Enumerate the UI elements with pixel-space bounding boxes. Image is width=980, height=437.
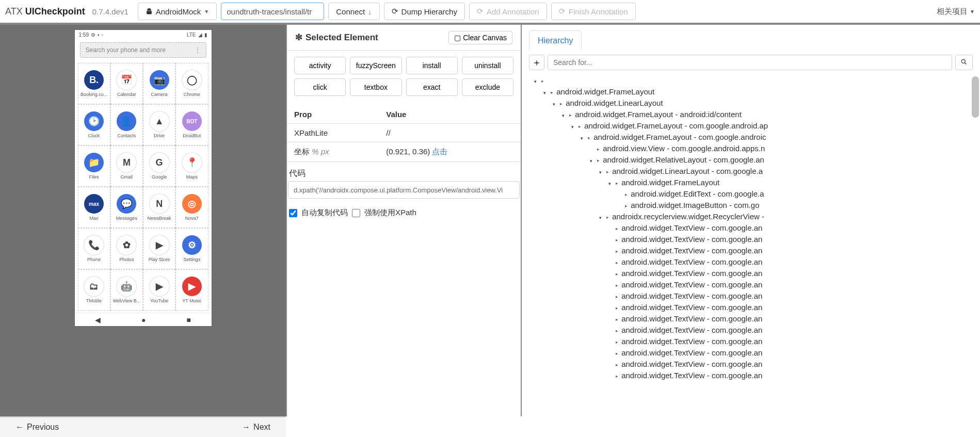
add-node-button[interactable]: ＋ <box>529 55 544 70</box>
expand-toggle-icon[interactable]: ▾ <box>543 88 551 98</box>
tree-node[interactable]: android.widget.TextView - com.google.an <box>534 268 975 280</box>
connect-button[interactable]: Connect ↓ <box>328 3 379 20</box>
tree-node[interactable]: android.widget.TextView - com.google.an <box>534 325 975 336</box>
phone-frame[interactable]: 1:59 ⚙ ▪ ▫ LTE ◢ ▮ Search your phone and… <box>75 30 212 326</box>
fuzzyScreen-button[interactable]: fuzzyScreen <box>350 57 401 74</box>
tree-node[interactable]: ▾ android.widget.FrameLayout <box>534 177 975 189</box>
tree-node[interactable]: ▾ android.widget.FrameLayout - android:i… <box>534 109 975 121</box>
tab-hierarchy[interactable]: Hierarchy <box>529 30 582 51</box>
app-droidbot[interactable]: BOTDroidBot <box>175 104 208 145</box>
tree-node[interactable]: ▾ android.widget.LinearLayout <box>534 98 975 109</box>
recent-icon[interactable]: ■ <box>187 316 191 324</box>
app-photos[interactable]: ✿Photos <box>110 228 143 269</box>
expand-toggle-icon[interactable]: ▾ <box>562 110 569 121</box>
exclude-button[interactable]: exclude <box>462 78 513 96</box>
vertical-scrollbar[interactable] <box>972 76 979 118</box>
node-label: androidx.recyclerview.widget.RecyclerVie… <box>610 212 764 221</box>
tree-node[interactable]: android.widget.TextView - com.google.an <box>534 246 975 257</box>
expand-toggle-icon[interactable]: ▾ <box>581 133 588 143</box>
tree-node[interactable]: android.widget.TextView - com.google.an <box>534 336 975 348</box>
dump-hierarchy-button[interactable]: ⟳ Dump Hierarchy <box>384 3 465 20</box>
expand-toggle-icon[interactable]: ▾ <box>553 99 560 109</box>
tree-node[interactable]: android.widget.TextView - com.google.an <box>534 302 975 314</box>
app-camera[interactable]: 📷Camera <box>143 63 175 104</box>
tree-node[interactable]: android.widget.TextView - com.google.an <box>534 314 975 325</box>
tree-node[interactable]: android.widget.TextView - com.google.an <box>534 257 975 268</box>
app-max[interactable]: maxMax <box>78 187 110 228</box>
app-maps[interactable]: 📍Maps <box>175 145 208 187</box>
back-icon[interactable]: ◀ <box>95 316 101 324</box>
brand-bold: UICheckpoint <box>25 6 85 17</box>
app-drive[interactable]: ▲Drive <box>143 104 175 145</box>
app-phone[interactable]: 📞Phone <box>78 228 110 269</box>
install-button[interactable]: install <box>406 57 458 74</box>
app-messages[interactable]: 💬Messages <box>110 187 143 228</box>
forcexpath-checkbox[interactable] <box>352 209 360 217</box>
app-playstore[interactable]: ▶Play Store <box>143 228 175 269</box>
tree-node[interactable]: ▾ android.widget.RelativeLayout - com.go… <box>534 155 975 166</box>
app-contacts[interactable]: 👤Contacts <box>110 104 143 145</box>
phone-search-box[interactable]: Search your phone and more ⋮ <box>80 42 206 58</box>
hierarchy-tree[interactable]: ▾ ▾ android.widget.FrameLayout▾ android.… <box>522 74 980 387</box>
tree-node[interactable]: android.widget.TextView - com.google.an <box>534 280 975 291</box>
expand-toggle-icon[interactable]: ▾ <box>571 122 579 132</box>
click-link[interactable]: 点击 <box>432 147 447 156</box>
app-gmail[interactable]: MGmail <box>110 145 143 187</box>
expand-toggle-icon[interactable]: ▾ <box>599 167 606 177</box>
exact-button[interactable]: exact <box>406 78 458 96</box>
click-button[interactable]: click <box>294 78 346 96</box>
app-youtube[interactable]: ▶YouTube <box>143 269 175 311</box>
node-icon <box>616 348 619 357</box>
expand-toggle-icon[interactable]: ▾ <box>608 179 616 189</box>
app-settings[interactable]: ⚙Settings <box>175 228 208 269</box>
app-clock[interactable]: 🕑Clock <box>78 104 110 145</box>
search-button[interactable] <box>955 55 973 70</box>
uninstall-button[interactable]: uninstall <box>462 57 513 74</box>
device-path-input[interactable] <box>221 3 324 20</box>
tree-node[interactable]: android.widget.TextView - com.google.an <box>534 348 975 359</box>
hierarchy-search-input[interactable] <box>548 55 952 70</box>
tree-node[interactable]: android.widget.ImageButton - com.go <box>534 200 975 212</box>
app-nova7[interactable]: ◎Nova7 <box>175 187 208 228</box>
activity-button[interactable]: activity <box>294 57 346 74</box>
tree-node[interactable]: android.widget.TextView - com.google.an <box>534 291 975 302</box>
expand-toggle-icon[interactable]: ▾ <box>599 213 606 223</box>
autocopy-checkbox[interactable] <box>289 209 297 217</box>
tree-node[interactable]: ▾ <box>534 75 975 87</box>
tree-node[interactable]: android.widget.TextView - com.google.an <box>534 223 975 234</box>
add-annotation-button[interactable]: ⟳ Add Annotation <box>469 3 547 20</box>
code-input[interactable] <box>288 181 520 199</box>
version-label: 0.7.4.dev1 <box>92 7 128 16</box>
app-tmoble[interactable]: 🗂TMoble <box>78 269 110 311</box>
tree-node[interactable]: ▾ android.widget.FrameLayout <box>534 87 975 98</box>
tree-node[interactable]: android.view.View - com.google.android.a… <box>534 143 975 155</box>
tree-node[interactable]: ▾ androidx.recyclerview.widget.RecyclerV… <box>534 212 975 223</box>
textbox-button[interactable]: textbox <box>350 78 401 96</box>
clear-canvas-button[interactable]: ▢ Clear Canvas <box>448 31 512 44</box>
tree-node[interactable]: android.widget.TextView - com.google.an <box>534 359 975 370</box>
app-google[interactable]: GGoogle <box>143 145 175 187</box>
tree-node[interactable]: android.widget.EditText - com.google.a <box>534 189 975 200</box>
finish-annotation-button[interactable]: ⟳ Finish Annotation <box>551 3 636 20</box>
device-selector[interactable]: AndroidMock ▼ <box>138 3 217 20</box>
expand-toggle-icon[interactable]: ▾ <box>534 76 541 87</box>
tree-node[interactable]: ▾ android.widget.FrameLayout - com.googl… <box>534 121 975 132</box>
node-label: android.widget.TextView - com.google.an <box>619 314 762 323</box>
home-icon[interactable]: ● <box>141 316 146 324</box>
node-icon <box>616 337 619 346</box>
related-projects-menu[interactable]: 相关项目 ▼ <box>937 7 975 17</box>
app-newsbreak[interactable]: NNewsBreak <box>143 187 175 228</box>
expand-toggle-icon[interactable]: ▾ <box>590 156 597 166</box>
tree-node[interactable]: android.widget.TextView - com.google.an <box>534 234 975 246</box>
app-ytmusic[interactable]: ▶YT Music <box>175 269 208 311</box>
app-calendar[interactable]: 📅Calendar <box>110 63 143 104</box>
app-webviewb[interactable]: 🤖WebView B... <box>110 269 143 311</box>
connect-label: Connect <box>336 7 365 16</box>
node-icon <box>606 167 610 175</box>
tree-node[interactable]: android.widget.TextView - com.google.an <box>534 370 975 382</box>
tree-node[interactable]: ▾ android.widget.LinearLayout - com.goog… <box>534 166 975 177</box>
app-bookingco[interactable]: B.Booking.co... <box>78 63 110 104</box>
app-files[interactable]: 📁Files <box>78 145 110 187</box>
app-chrome[interactable]: ◯Chrome <box>175 63 208 104</box>
tree-node[interactable]: ▾ android.widget.FrameLayout - com.googl… <box>534 132 975 143</box>
